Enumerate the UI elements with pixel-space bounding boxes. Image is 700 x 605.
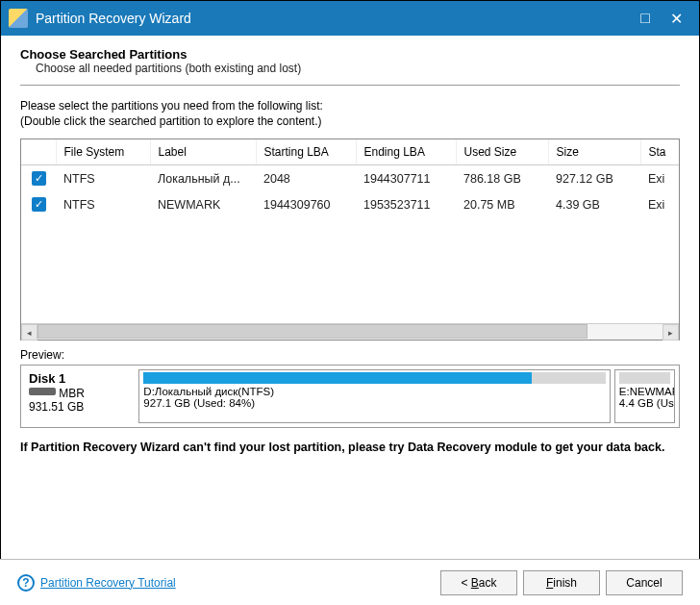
col-label[interactable]: Label xyxy=(150,139,256,165)
horizontal-scrollbar[interactable]: ◂ ▸ xyxy=(21,323,679,340)
col-size[interactable]: Size xyxy=(548,139,640,165)
disk-info: Disk 1 MBR 931.51 GB xyxy=(25,369,135,423)
disk-icon xyxy=(29,388,56,395)
cell-used: 786.18 GB xyxy=(456,165,548,192)
cell-label: NEWMARK xyxy=(150,191,256,217)
disk-size: 931.51 GB xyxy=(29,400,84,414)
app-logo-icon xyxy=(9,9,28,28)
col-checkbox[interactable] xyxy=(21,139,56,165)
cell-size: 4.39 GB xyxy=(548,191,640,217)
cell-label: Локальный д... xyxy=(150,165,256,192)
cell-start: 1944309760 xyxy=(256,191,356,217)
instruction-line-2: (Double click the searched partition to … xyxy=(20,114,680,130)
checkbox-icon[interactable]: ✓ xyxy=(32,197,46,212)
scroll-thumb[interactable] xyxy=(38,324,588,339)
col-filesystem[interactable]: File System xyxy=(56,139,150,165)
cancel-button[interactable]: Cancel xyxy=(606,570,683,595)
titlebar: Partition Recovery Wizard □ ✕ xyxy=(1,1,699,36)
cell-size: 927.12 GB xyxy=(548,165,640,192)
cell-used: 20.75 MB xyxy=(456,191,548,217)
partition-line2: 927.1 GB (Used: 84%) xyxy=(143,397,606,409)
partition-line1: E:NEWMARK xyxy=(619,386,670,397)
partition-table: File System Label Starting LBA Ending LB… xyxy=(20,139,680,340)
col-starting-lba[interactable]: Starting LBA xyxy=(256,139,356,165)
disk-name: Disk 1 xyxy=(29,371,131,386)
window-title: Partition Recovery Wizard xyxy=(36,11,630,26)
table-row[interactable]: ✓ NTFS Локальный д... 2048 1944307711 78… xyxy=(21,165,679,192)
scroll-right-icon[interactable]: ▸ xyxy=(662,324,679,340)
cell-status: Exi xyxy=(640,191,679,217)
maximize-button[interactable]: □ xyxy=(630,1,661,36)
preview-box: Disk 1 MBR 931.51 GB D:Локальный диск(NT… xyxy=(20,365,680,428)
cell-fs: NTFS xyxy=(56,191,150,217)
col-ending-lba[interactable]: Ending LBA xyxy=(356,139,456,165)
scroll-left-icon[interactable]: ◂ xyxy=(21,324,38,340)
cell-fs: NTFS xyxy=(56,165,150,192)
recovery-note: If Partition Recovery Wizard can't find … xyxy=(20,440,680,456)
col-status[interactable]: Sta xyxy=(640,139,679,165)
usage-bar xyxy=(143,372,532,384)
col-used-size[interactable]: Used Size xyxy=(456,139,548,165)
page-subheading: Choose all needed partitions (both exist… xyxy=(36,62,680,75)
divider xyxy=(20,85,680,86)
preview-partition[interactable]: E:NEWMARK 4.4 GB (Used xyxy=(614,369,675,423)
help-icon[interactable]: ? xyxy=(17,574,35,592)
cell-end: 1953523711 xyxy=(356,191,456,217)
table-header-row: File System Label Starting LBA Ending LB… xyxy=(21,139,679,165)
disk-scheme: MBR xyxy=(59,387,85,400)
preview-partition[interactable]: D:Локальный диск(NTFS) 927.1 GB (Used: 8… xyxy=(138,369,611,423)
table-row[interactable]: ✓ NTFS NEWMARK 1944309760 1953523711 20.… xyxy=(21,191,679,217)
back-button[interactable]: < Back xyxy=(440,570,517,595)
cell-status: Exi xyxy=(640,165,679,192)
partition-line2: 4.4 GB (Used xyxy=(619,397,670,409)
footer: ? Partition Recovery Tutorial < Back Fin… xyxy=(0,559,700,605)
instruction-line-1: Please select the partitions you need fr… xyxy=(20,99,680,114)
tutorial-link[interactable]: Partition Recovery Tutorial xyxy=(40,576,176,590)
close-button[interactable]: ✕ xyxy=(661,1,691,36)
page-heading: Choose Searched Partitions xyxy=(20,47,680,62)
preview-label: Preview: xyxy=(20,348,680,362)
finish-button[interactable]: Finish xyxy=(523,570,600,595)
content-area: Choose Searched Partitions Choose all ne… xyxy=(1,36,699,456)
cell-end: 1944307711 xyxy=(356,165,456,192)
partition-line1: D:Локальный диск(NTFS) xyxy=(143,386,606,397)
cell-start: 2048 xyxy=(256,165,356,192)
checkbox-icon[interactable]: ✓ xyxy=(32,171,46,186)
